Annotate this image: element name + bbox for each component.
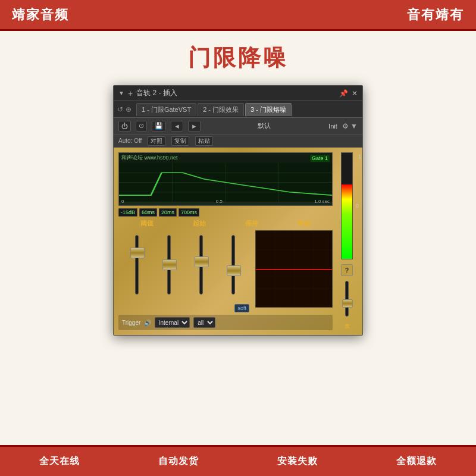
tune-button[interactable]: ⊙ bbox=[136, 121, 147, 131]
release-label: 释放 bbox=[292, 219, 316, 228]
paste-button[interactable]: 粘贴 bbox=[195, 136, 213, 146]
top-banner-left: 靖家音频 bbox=[12, 6, 69, 24]
collapse-icon[interactable]: ▼ bbox=[118, 90, 124, 96]
threshold-thumb[interactable] bbox=[130, 248, 145, 258]
attack-value[interactable]: 60ms bbox=[139, 208, 157, 217]
release-track bbox=[231, 235, 235, 295]
auto-row: Auto: Off 对照 复制 粘贴 bbox=[114, 134, 362, 148]
save-button[interactable]: 💾 bbox=[152, 121, 166, 131]
title-bar-icons: 📌 ✕ bbox=[339, 89, 358, 98]
graph-area: 和声论坛 www.hs90.net Gate 1 bbox=[118, 152, 333, 206]
add-icon[interactable]: + bbox=[128, 89, 133, 98]
auto-label: Auto: Off bbox=[118, 137, 142, 144]
top-banner-right: 音有靖有 bbox=[407, 6, 464, 24]
power-button[interactable]: ⏻ bbox=[118, 121, 131, 131]
network-icon[interactable]: ⊕ bbox=[126, 105, 131, 114]
bottom-item-2: 自动发货 bbox=[158, 455, 199, 468]
graph-title: Gate 1 bbox=[310, 155, 330, 162]
pin-icon[interactable]: 📌 bbox=[339, 89, 348, 98]
top-banner: 靖家音频 音有靖有 bbox=[0, 0, 476, 31]
trigger-channel-select[interactable]: all bbox=[193, 317, 215, 328]
preset-name: 默认 bbox=[205, 121, 324, 130]
help-button[interactable]: ? bbox=[341, 264, 353, 276]
speaker-icon: 🔊 bbox=[144, 320, 151, 326]
sliders-area bbox=[118, 230, 252, 308]
release-slider[interactable] bbox=[224, 230, 243, 302]
attack-label: 起始 bbox=[187, 219, 211, 228]
meter-container: 1 0 bbox=[341, 152, 353, 259]
bottom-item-3: 安装失败 bbox=[277, 455, 318, 468]
bottom-item-4: 全额退款 bbox=[396, 455, 437, 468]
undo-icon[interactable]: ↺ bbox=[117, 105, 123, 114]
plugin-body: 和声论坛 www.hs90.net Gate 1 bbox=[114, 148, 362, 335]
attack-track bbox=[167, 235, 171, 295]
tab-icons: ↺ ⊕ bbox=[117, 105, 131, 114]
right-display bbox=[255, 230, 333, 308]
attack-thumb[interactable] bbox=[162, 259, 177, 270]
hold-thumb[interactable] bbox=[195, 256, 209, 267]
tab-1[interactable]: 1 - 门限GateVST bbox=[136, 103, 196, 116]
bottom-item-1: 全天在线 bbox=[39, 455, 80, 468]
threshold-slider[interactable] bbox=[127, 230, 146, 302]
tab-2[interactable]: 2 - 门限效果 bbox=[198, 103, 244, 116]
threshold-track bbox=[135, 235, 139, 295]
main-content: 门限降噪 ▼ + 音轨 2 - 插入 📌 ✕ ↺ ⊕ 1 - 门限GateVST… bbox=[0, 31, 476, 445]
prev-button[interactable]: ◄ bbox=[171, 121, 183, 131]
params-row: -15dB 60ms 20ms 700ms bbox=[118, 208, 333, 217]
bottom-banner: 全天在线 自动发货 安装失败 全额退款 bbox=[0, 445, 476, 476]
hold-value[interactable]: 20ms bbox=[159, 208, 177, 217]
trigger-label: Trigger bbox=[122, 320, 140, 326]
right-slider[interactable] bbox=[345, 281, 349, 317]
labels-row: 阈值 起始 保持 释放 bbox=[118, 219, 333, 228]
track-title: 音轨 2 - 插入 bbox=[136, 88, 339, 98]
hold-label: 保持 bbox=[240, 219, 264, 228]
meter-top-label: 1 bbox=[358, 154, 361, 159]
page-title: 门限降噪 bbox=[188, 43, 288, 73]
toolbar: ⏻ ⊙ 💾 ◄ ► 默认 Init ⚙ ▼ bbox=[114, 118, 362, 134]
level-meter bbox=[341, 152, 353, 259]
soft-button[interactable]: soft bbox=[234, 304, 249, 312]
hold-track bbox=[199, 235, 203, 295]
tab-bar: ↺ ⊕ 1 - 门限GateVST 2 - 门限效果 3 - 门限烙噪 bbox=[114, 101, 362, 118]
display-grid-svg bbox=[256, 231, 333, 308]
next-button[interactable]: ► bbox=[188, 121, 201, 131]
init-label: Init bbox=[328, 123, 337, 130]
hold-slider[interactable] bbox=[192, 230, 211, 302]
align-button[interactable]: 对照 bbox=[148, 136, 165, 146]
graph-svg bbox=[119, 163, 332, 202]
gear-icon[interactable]: ⚙ ▼ bbox=[342, 122, 358, 130]
sliders-display-area bbox=[118, 230, 333, 308]
attack-slider[interactable] bbox=[159, 230, 178, 302]
threshold-label: 阈值 bbox=[135, 219, 159, 228]
right-panel: 1 0 ? 缩小 放大 bbox=[336, 152, 358, 330]
title-bar: ▼ + 音轨 2 - 插入 📌 ✕ bbox=[114, 86, 362, 101]
graph-axis: 0 0.5 1.0 sec bbox=[119, 199, 332, 204]
release-value[interactable]: 700ms bbox=[178, 208, 199, 217]
trigger-row: Trigger 🔊 internal all bbox=[118, 315, 333, 330]
graph-site: 和声论坛 www.hs90.net bbox=[121, 154, 178, 162]
plugin-window: ▼ + 音轨 2 - 插入 📌 ✕ ↺ ⊕ 1 - 门限GateVST 2 - … bbox=[113, 85, 363, 336]
close-icon[interactable]: ✕ bbox=[352, 89, 358, 98]
meter-fill bbox=[342, 184, 352, 259]
copy-button[interactable]: 复制 bbox=[171, 136, 189, 146]
graph-header: 和声论坛 www.hs90.net Gate 1 bbox=[119, 153, 332, 163]
release-thumb[interactable] bbox=[227, 265, 241, 276]
trigger-source-select[interactable]: internal bbox=[155, 317, 190, 328]
meter-mid-label: 0 bbox=[356, 203, 359, 209]
right-slider-thumb[interactable] bbox=[342, 299, 353, 308]
left-panel: 和声论坛 www.hs90.net Gate 1 bbox=[118, 152, 333, 330]
tab-3[interactable]: 3 - 门限烙噪 bbox=[245, 103, 292, 116]
threshold-value[interactable]: -15dB bbox=[118, 208, 137, 217]
